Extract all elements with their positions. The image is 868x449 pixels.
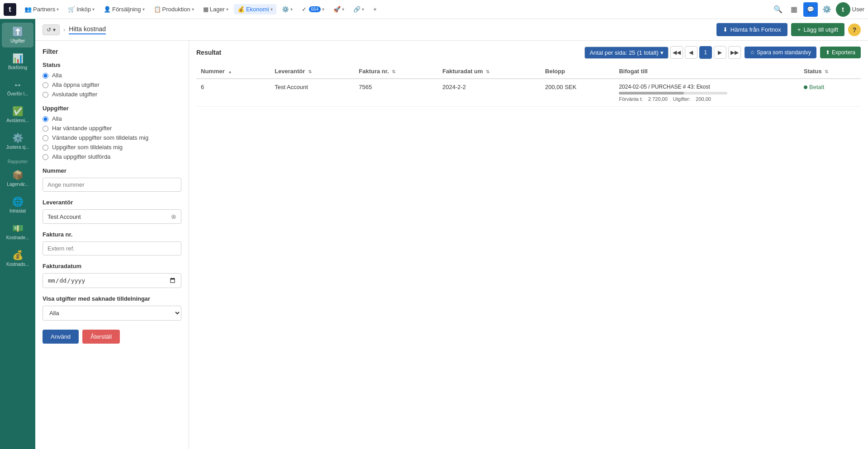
- sidebar-item-label: Utgifter: [10, 38, 25, 44]
- next-page-button[interactable]: ▶: [714, 46, 726, 59]
- sidebar-item-kostnads[interactable]: 💰 Kostnads...: [2, 246, 33, 271]
- table-row[interactable]: 6 Test Account 7565 2024-2-2 200,00 SEK …: [196, 79, 861, 107]
- chevron-down-icon: ▾: [57, 7, 59, 12]
- uppgifter-radio-tasks-me[interactable]: Uppgifter som tilldelats mig: [43, 144, 181, 151]
- back-button[interactable]: ↺ ▾: [43, 24, 60, 35]
- kostnads-icon: 💰: [12, 250, 24, 260]
- nav-partners[interactable]: 👥 Partners ▾: [21, 4, 62, 14]
- next-next-page-button[interactable]: ▶▶: [728, 46, 741, 59]
- export-icon: ⬆: [825, 49, 830, 56]
- avstamni-icon: ✅: [12, 106, 24, 117]
- col-faktura-nr[interactable]: Faktura nr. ⇅: [354, 64, 438, 79]
- filter-status-section: Status Alla Alla öppna utgifter Avslu: [43, 61, 181, 98]
- nav-tasks[interactable]: ✓ 664 ▾: [298, 4, 328, 14]
- filter-nummer-section: Nummer: [43, 167, 181, 192]
- fetch-fortnox-button[interactable]: ⬇ Hämta från Fortnox: [716, 23, 787, 36]
- help-button[interactable]: ?: [848, 24, 861, 36]
- user-name[interactable]: User: [852, 6, 864, 13]
- sidebar-item-justera[interactable]: ⚙️ Justera sj...: [2, 129, 33, 154]
- bifogat-path: 2024-02-05 / PURCHASE # 43: Ekost Förvän…: [619, 84, 727, 102]
- col-status[interactable]: Status ⇅: [799, 64, 861, 79]
- uppgifter-radio-assigned-me[interactable]: Väntande uppgifter som tilldelats mig: [43, 134, 181, 141]
- gear-icon: ⚙️: [282, 6, 289, 13]
- leverantor-input-container[interactable]: Test Account ⊗: [43, 209, 181, 224]
- nav-rocket[interactable]: 🚀 ▾: [330, 4, 348, 14]
- inner-content: Filter Status Alla Alla öppna utgifter: [35, 41, 868, 449]
- nav-forsaljning[interactable]: 👤 Försäljning ▾: [100, 4, 148, 14]
- sidebar-item-utgifter[interactable]: ⬆️ Utgifter: [2, 23, 33, 47]
- sidebar-item-overfori[interactable]: ↔️ Överför l...: [2, 76, 33, 100]
- nav-produktion[interactable]: 📋 Produktion ▾: [150, 4, 198, 14]
- uppgifter-radio-all[interactable]: Alla: [43, 115, 181, 122]
- save-view-button[interactable]: ☆ Spara som standardvy: [745, 47, 816, 58]
- user-avatar[interactable]: t: [836, 2, 850, 17]
- nav-lager[interactable]: ▦ Lager ▾: [199, 4, 232, 14]
- nummer-input[interactable]: [43, 178, 181, 192]
- left-sidebar: ⬆️ Utgifter 📊 Bokföring ↔️ Överför l... …: [0, 19, 35, 449]
- filter-faktura-nr-section: Faktura nr.: [43, 231, 181, 255]
- nav-ekonomi[interactable]: 💰 Ekonomi ▾: [234, 4, 276, 14]
- barcode-button[interactable]: ▦: [787, 2, 802, 17]
- breadcrumb-current: Hitta kostnad: [69, 25, 106, 34]
- col-nummer[interactable]: Nummer ▲: [196, 64, 270, 79]
- fakturadatum-input[interactable]: [43, 273, 181, 288]
- sort-icon: ⇅: [392, 69, 395, 74]
- reset-filter-button[interactable]: Återställ: [82, 330, 120, 344]
- sidebar-item-intrastat[interactable]: 🌐 Intrastat: [2, 193, 33, 217]
- sidebar-item-bokforing[interactable]: 📊 Bokföring: [2, 49, 33, 74]
- filter-status-label: Status: [43, 61, 181, 68]
- current-page[interactable]: 1: [699, 46, 712, 59]
- sidebar-item-lagervar[interactable]: 📦 Lagervär...: [2, 166, 33, 191]
- uppgifter-radio-done[interactable]: Alla uppgifter slutförda: [43, 153, 181, 160]
- sidebar-item-label: Överför l...: [7, 91, 28, 97]
- nav-plus[interactable]: +: [370, 4, 380, 14]
- nav-extra1[interactable]: ⚙️ ▾: [278, 4, 296, 14]
- chat-button[interactable]: 💬: [803, 2, 818, 17]
- results-title: Resultat: [196, 49, 221, 56]
- add-expense-button[interactable]: + Lägg till utgift: [791, 23, 844, 36]
- status-radio-closed[interactable]: Avslutade utgifter: [43, 91, 181, 98]
- search-button[interactable]: 🔍: [771, 2, 785, 17]
- col-leverantor[interactable]: Leverantör ⇅: [270, 64, 354, 79]
- status-radio-open[interactable]: Alla öppna utgifter: [43, 81, 181, 88]
- filter-title: Filter: [43, 48, 181, 55]
- sidebar-item-label: Avstämni...: [6, 118, 28, 123]
- prev-page-button[interactable]: ◀: [685, 46, 697, 59]
- bifogat-details: Förvänta t: 2 720,00 Utgifter: 200,00: [619, 96, 727, 102]
- overfori-icon: ↔️: [13, 80, 22, 90]
- plus-icon: +: [373, 6, 377, 13]
- export-button[interactable]: ⬆ Exportera: [820, 47, 861, 58]
- sort-icon: ⇅: [308, 69, 312, 74]
- prev-prev-page-button[interactable]: ◀◀: [670, 46, 683, 59]
- uppgifter-radio-pending[interactable]: Har väntande uppgifter: [43, 125, 181, 132]
- sidebar-item-avstamni[interactable]: ✅ Avstämni...: [2, 102, 33, 127]
- settings-button[interactable]: ⚙️: [820, 2, 834, 17]
- clear-leverantor-button[interactable]: ⊗: [171, 213, 176, 220]
- sort-icon: ⇅: [825, 69, 828, 74]
- filter-leverantor-section: Leverantör Test Account ⊗: [43, 199, 181, 224]
- cell-bifogat: 2024-02-05 / PURCHASE # 43: Ekost Förvän…: [614, 79, 799, 107]
- filter-fakturadatum-label: Fakturadatum: [43, 263, 181, 269]
- visa-select[interactable]: Alla: [43, 306, 181, 321]
- apply-filter-button[interactable]: Använd: [43, 330, 79, 344]
- results-table: Nummer ▲ Leverantör ⇅ Faktura nr. ⇅: [196, 64, 861, 107]
- sidebar-item-label: Justera sj...: [6, 145, 29, 150]
- cell-faktura-nr: 7565: [354, 79, 438, 107]
- col-fakturadatum[interactable]: Fakturadat um ⇅: [438, 64, 541, 79]
- filter-leverantor-label: Leverantör: [43, 199, 181, 206]
- nav-link[interactable]: 🔗 ▾: [350, 4, 368, 14]
- chevron-down-icon: ▾: [290, 7, 293, 12]
- sidebar-item-kostnade[interactable]: 💵 Kostnade...: [2, 219, 33, 244]
- nav-inkop[interactable]: 🛒 Inköp ▾: [64, 4, 98, 14]
- uppgifter-radio-group: Alla Har väntande uppgifter Väntande upp…: [43, 115, 181, 160]
- status-dot-icon: [804, 85, 807, 89]
- per-page-select[interactable]: Antal per sida: 25 (1 totalt) ▾: [584, 47, 668, 59]
- leverantor-value: Test Account: [47, 213, 81, 220]
- filter-nummer-label: Nummer: [43, 167, 181, 174]
- filter-visa-section: Visa utgifter med saknade tilldelningar …: [43, 295, 181, 321]
- star-icon: ☆: [750, 49, 755, 56]
- faktura-nr-input[interactable]: [43, 241, 181, 255]
- status-radio-all[interactable]: Alla: [43, 72, 181, 79]
- filter-uppgifter-section: Uppgifter Alla Har väntande uppgifter: [43, 105, 181, 160]
- cell-leverantor: Test Account: [270, 79, 354, 107]
